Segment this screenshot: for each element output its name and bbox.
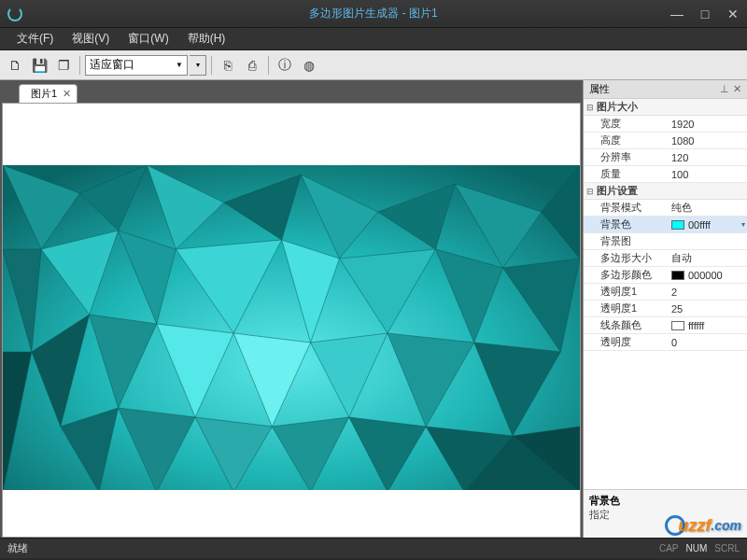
export-button[interactable]: ⎘ bbox=[217, 54, 239, 77]
menu-file[interactable]: 文件(F) bbox=[7, 28, 63, 49]
dropdown-icon[interactable]: ▾ bbox=[741, 220, 745, 229]
toolbar: 🗋 💾 ❐ 适应窗口 ▼ ▾ ⎘ ⎙ ⓘ ◍ bbox=[0, 50, 747, 80]
prop-row-bgcolor[interactable]: 背景色00ffff▾ bbox=[584, 217, 747, 233]
linecolor-swatch bbox=[671, 321, 684, 330]
properties-title: 属性 bbox=[589, 82, 610, 96]
prop-row-height[interactable]: 高度1080 bbox=[584, 133, 747, 149]
prop-row-bgimg[interactable]: 背景图 bbox=[584, 233, 747, 250]
prop-group-settings[interactable]: ⊟图片设置 bbox=[584, 183, 747, 200]
desc-title: 背景色 bbox=[589, 494, 741, 508]
prop-row-quality[interactable]: 质量100 bbox=[584, 166, 747, 183]
zoom-value: 适应窗口 bbox=[90, 57, 134, 73]
new-button[interactable]: 🗋 bbox=[4, 54, 26, 77]
polygon-image bbox=[3, 165, 580, 492]
copy-button[interactable]: ❐ bbox=[52, 54, 75, 77]
menu-help[interactable]: 帮助(H) bbox=[178, 28, 235, 49]
canvas[interactable] bbox=[2, 103, 581, 538]
tab-strip: 图片1 ✕ bbox=[2, 82, 581, 103]
pin-icon[interactable]: ⊥ bbox=[720, 83, 729, 95]
zoom-dropdown-button[interactable]: ▾ bbox=[190, 55, 206, 76]
separator bbox=[268, 56, 269, 75]
polycolor-swatch bbox=[671, 271, 684, 280]
document-tab[interactable]: 图片1 ✕ bbox=[19, 84, 78, 103]
status-cap: CAP bbox=[659, 543, 679, 553]
properties-panel: 属性 ⊥ ✕ ⊟图片大小 宽度1920 高度1080 分辨率120 质量100 … bbox=[583, 80, 747, 538]
prop-row-polysize[interactable]: 多边形大小自动 bbox=[584, 250, 747, 267]
menu-window[interactable]: 窗口(W) bbox=[119, 28, 177, 49]
menubar: 文件(F) 视图(V) 窗口(W) 帮助(H) bbox=[0, 28, 747, 50]
minimize-button[interactable]: — bbox=[663, 1, 691, 27]
globe-button[interactable]: ◍ bbox=[298, 54, 320, 77]
prop-row-linecolor[interactable]: 线条颜色ffffff bbox=[584, 317, 747, 334]
zoom-select[interactable]: 适应窗口 ▼ bbox=[85, 55, 188, 76]
prop-group-size[interactable]: ⊟图片大小 bbox=[584, 99, 747, 116]
status-text: 就绪 bbox=[7, 541, 28, 555]
prop-row-polycolor[interactable]: 多边形颜色000000 bbox=[584, 267, 747, 284]
properties-grid: ⊟图片大小 宽度1920 高度1080 分辨率120 质量100 ⊟图片设置 背… bbox=[584, 99, 747, 489]
close-panel-icon[interactable]: ✕ bbox=[733, 83, 741, 95]
close-button[interactable]: ✕ bbox=[719, 1, 747, 27]
separator bbox=[211, 56, 212, 75]
properties-description: 背景色 指定 bbox=[584, 489, 747, 538]
window-title: 多边形图片生成器 - 图片1 bbox=[309, 6, 437, 21]
prop-row-width[interactable]: 宽度1920 bbox=[584, 116, 747, 133]
status-num: NUM bbox=[686, 543, 708, 553]
prop-row-alpha[interactable]: 透明度0 bbox=[584, 334, 747, 351]
document-area: 图片1 ✕ bbox=[0, 80, 583, 538]
properties-header: 属性 ⊥ ✕ bbox=[584, 80, 747, 99]
prop-row-bgmode[interactable]: 背景模式纯色 bbox=[584, 200, 747, 217]
prop-row-alpha1b[interactable]: 透明度125 bbox=[584, 301, 747, 317]
status-scrl: SCRL bbox=[714, 543, 740, 553]
save-button[interactable]: 💾 bbox=[28, 54, 50, 77]
prop-row-alpha1[interactable]: 透明度12 bbox=[584, 284, 747, 301]
maximize-button[interactable]: □ bbox=[691, 1, 719, 27]
titlebar: 多边形图片生成器 - 图片1 — □ ✕ bbox=[0, 0, 747, 28]
statusbar: 就绪 CAP NUM SCRL bbox=[0, 538, 747, 558]
main-area: 图片1 ✕ bbox=[0, 80, 747, 538]
menu-view[interactable]: 视图(V) bbox=[63, 28, 119, 49]
desc-text: 指定 bbox=[589, 508, 741, 522]
print-button[interactable]: ⎙ bbox=[241, 54, 263, 77]
tab-close-icon[interactable]: ✕ bbox=[63, 88, 71, 100]
separator bbox=[79, 56, 80, 75]
info-button[interactable]: ⓘ bbox=[274, 54, 296, 77]
prop-row-dpi[interactable]: 分辨率120 bbox=[584, 149, 747, 166]
app-icon bbox=[7, 7, 22, 21]
tab-label: 图片1 bbox=[31, 87, 57, 101]
bgcolor-swatch bbox=[671, 220, 684, 230]
